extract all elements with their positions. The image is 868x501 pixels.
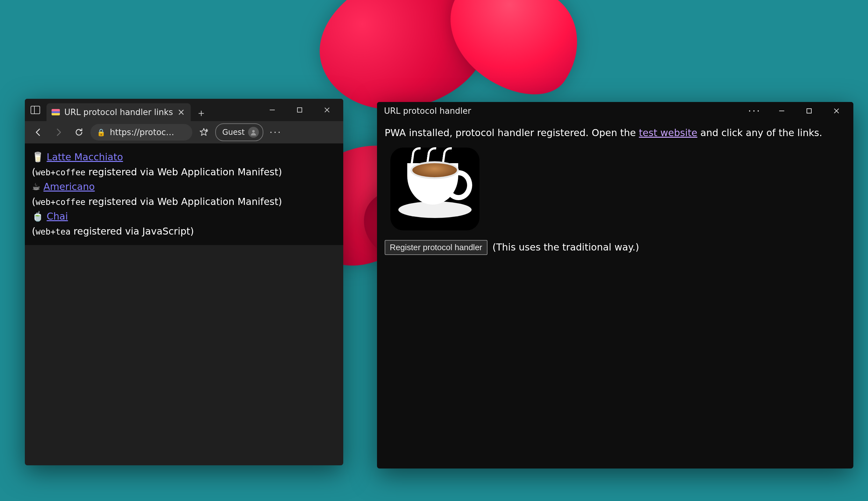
close-button[interactable] <box>313 101 341 119</box>
register-row: Register protocol handler (This uses the… <box>385 240 846 255</box>
reload-button[interactable] <box>70 123 88 141</box>
vertical-tabs-button[interactable] <box>28 102 43 118</box>
svg-rect-1 <box>297 108 302 112</box>
svg-point-7 <box>252 130 255 132</box>
minimize-button[interactable] <box>259 101 286 119</box>
register-protocol-button[interactable]: Register protocol handler <box>385 240 487 255</box>
maximize-button[interactable] <box>795 102 823 120</box>
address-bar[interactable]: 🔒 https://protoc… <box>90 124 192 140</box>
pwa-more-menu-button[interactable]: ··· <box>741 106 768 117</box>
tab-favicon <box>52 109 60 115</box>
tab-active[interactable]: URL protocol handler links × <box>46 103 191 121</box>
coffee-liquid-icon <box>410 161 459 179</box>
item-note: (web+tea registered via JavaScript) <box>32 226 194 237</box>
drink-name: Americano <box>43 181 95 192</box>
list-item: ☕ Americano (web+coffee registered via W… <box>32 179 336 209</box>
pwa-content: PWA installed, protocol handler register… <box>377 120 853 261</box>
svg-rect-9 <box>807 109 811 113</box>
minimize-button[interactable] <box>768 102 795 120</box>
browser-toolbar: 🔒 https://protoc… Guest ··· <box>25 121 343 143</box>
window-controls <box>259 101 341 119</box>
address-text: https://protoc… <box>110 127 174 137</box>
status-text: PWA installed, protocol handler register… <box>385 126 846 140</box>
vertical-tabs-icon <box>31 106 40 114</box>
pwa-window-controls: ··· <box>741 102 850 120</box>
pwa-title: URL protocol handler <box>384 106 471 116</box>
steam-icon <box>412 147 451 163</box>
coffee-saucer-icon <box>398 201 472 218</box>
pwa-window: URL protocol handler ··· PWA installed, … <box>377 102 853 469</box>
site-info-icon[interactable]: 🔒 <box>97 128 106 136</box>
drink-link-latte[interactable]: Latte Macchiato <box>47 151 123 162</box>
new-tab-button[interactable]: ＋ <box>193 105 209 121</box>
tab-title: URL protocol handler links <box>64 107 173 117</box>
maximize-button[interactable] <box>286 101 313 119</box>
item-emoji: ☕ <box>32 181 41 192</box>
drink-link-chai[interactable]: Chai <box>47 211 68 222</box>
browser-titlebar[interactable]: URL protocol handler links × ＋ <box>25 99 343 121</box>
item-note: (web+coffee registered via Web Applicati… <box>32 166 282 178</box>
browser-window: URL protocol handler links × ＋ 🔒 https:/… <box>25 99 343 465</box>
profile-label: Guest <box>222 128 245 137</box>
more-menu-button[interactable]: ··· <box>266 127 286 138</box>
close-button[interactable] <box>823 102 850 120</box>
coffee-cup-icon <box>407 163 458 205</box>
test-website-link[interactable]: test website <box>639 127 697 138</box>
register-note: (This uses the traditional way.) <box>493 240 639 255</box>
profile-button[interactable]: Guest <box>215 123 263 141</box>
drink-name: Chai <box>47 211 68 222</box>
nav-back-button[interactable] <box>29 123 47 141</box>
tab-strip: URL protocol handler links × ＋ <box>46 99 209 121</box>
page-content: 🥛 Latte Macchiato (web+coffee registered… <box>25 143 343 245</box>
app-icon <box>391 148 480 231</box>
pwa-titlebar[interactable]: URL protocol handler ··· <box>377 102 853 120</box>
item-emoji: 🥛 <box>32 151 44 162</box>
tab-close-button[interactable]: × <box>177 108 185 117</box>
drink-name: Latte Macchiato <box>47 151 123 162</box>
drink-link-americano[interactable]: Americano <box>43 181 95 192</box>
nav-forward-button[interactable] <box>50 123 67 141</box>
list-item: 🥛 Latte Macchiato (web+coffee registered… <box>32 150 336 179</box>
item-emoji: 🍵 <box>32 211 44 222</box>
favorites-button[interactable] <box>195 123 213 141</box>
list-item: 🍵 Chai (web+tea registered via JavaScrip… <box>32 209 336 239</box>
avatar-icon <box>248 127 259 138</box>
item-note: (web+coffee registered via Web Applicati… <box>32 196 282 207</box>
